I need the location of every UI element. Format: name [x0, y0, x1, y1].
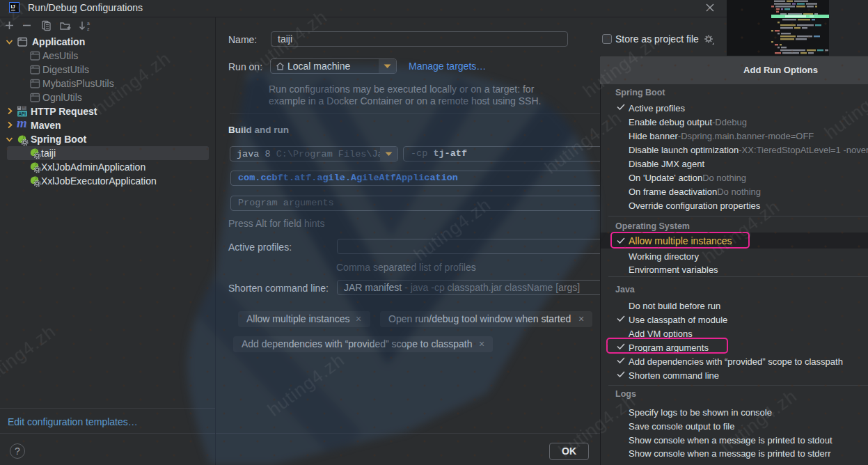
svg-text:a: a [87, 21, 90, 26]
svg-text:z: z [87, 26, 90, 31]
